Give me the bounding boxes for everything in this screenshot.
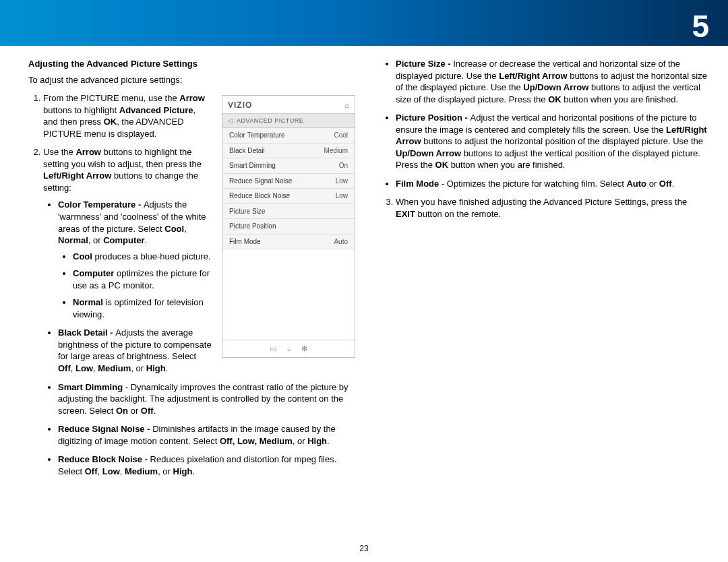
header-band: 5 <box>0 0 728 46</box>
menu-brand: VIZIO <box>228 100 252 111</box>
menu-row: Reduce Block NoiseLow <box>222 189 355 204</box>
left-column: Adjusting the Advanced Picture Settings … <box>28 58 355 484</box>
settings-icon: ✻ <box>301 344 307 354</box>
menu-row: Smart DimmingOn <box>222 158 355 174</box>
setting-smart-dimming: Smart Dimming - Dynamically improves the… <box>58 381 355 417</box>
setting-picture-size: Picture Size - Increase or decrease the … <box>396 58 708 105</box>
setting-picture-position: Picture Position - Adjust the vertical a… <box>396 112 708 171</box>
section-heading: Adjusting the Advanced Picture Settings <box>28 58 355 70</box>
menu-title: ADVANCED PICTURE <box>237 117 303 125</box>
menu-row: Picture Position <box>222 219 355 235</box>
page-number: 23 <box>359 543 368 554</box>
setting-reduce-block-noise: Reduce Block Noise - Reduces pixelation … <box>58 454 355 477</box>
content-area: Adjusting the Advanced Picture Settings … <box>0 46 728 484</box>
menu-row: Picture Size <box>222 204 355 220</box>
menu-rows: Color TemperatureCool Black DetailMedium… <box>222 128 355 249</box>
chevron-down-icon: ⌄ <box>286 344 292 354</box>
right-column: Picture Size - Increase or decrease the … <box>381 58 708 484</box>
step-3: When you have finished adjusting the Adv… <box>396 196 708 220</box>
chapter-number: 5 <box>692 5 709 47</box>
menu-footer-icons: ▭ ⌄ ✻ <box>222 340 355 357</box>
setting-reduce-signal-noise: Reduce Signal Noise - Diminishes artifac… <box>58 423 355 447</box>
menu-row: Black DetailMedium <box>222 144 355 159</box>
setting-film-mode: Film Mode - Optimizes the picture for wa… <box>396 178 708 190</box>
menu-row: Color TemperatureCool <box>222 128 355 144</box>
tv-menu-screenshot: VIZIO ⌂ ◁ ADVANCED PICTURE Color Tempera… <box>222 95 355 358</box>
wide-icon: ▭ <box>270 344 276 354</box>
back-icon: ◁ <box>228 117 233 125</box>
menu-row: Film ModeAuto <box>222 235 355 250</box>
menu-row: Reduce Signal NoiseLow <box>222 174 355 189</box>
home-icon: ⌂ <box>344 100 349 111</box>
intro-text: To adjust the advanced picture settings: <box>28 74 355 86</box>
